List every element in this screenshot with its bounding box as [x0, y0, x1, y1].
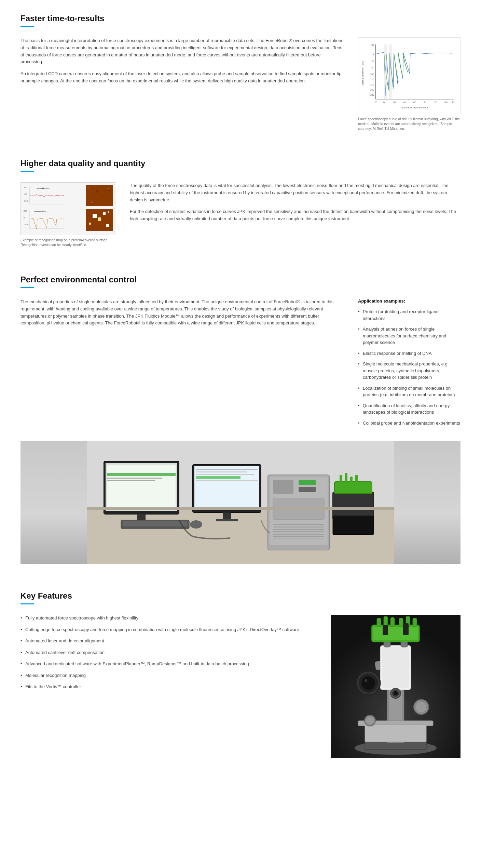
section-faster-time: Faster time-to-results The basis for a m… — [0, 0, 481, 145]
apps-title: Application examples: — [358, 298, 461, 304]
microscope-svg — [331, 615, 461, 758]
section2-title: Higher data quality and quantity — [20, 159, 461, 168]
svg-text:-150: -150 — [24, 224, 28, 226]
map-svg-2: 2 — [86, 209, 113, 231]
section1-figure: 20 0 -40 -80 -100 -120 -140 -160 -180 -2… — [358, 37, 461, 131]
svg-text:100: 100 — [433, 101, 437, 104]
section4-figure — [331, 615, 461, 758]
section1-para2: An integrated CCD camera ensures easy al… — [20, 70, 344, 85]
svg-rect-79 — [273, 480, 293, 494]
app-item-3: Elastic response or melting of DNA — [358, 350, 461, 357]
svg-text:20: 20 — [393, 101, 396, 104]
svg-text:300: 300 — [24, 186, 27, 188]
section4-list-container: Fully automated force spectroscope with … — [20, 615, 317, 695]
svg-text:Vertical deflection (pN): Vertical deflection (pN) — [362, 62, 364, 85]
graph-svg-1: 300 100 -100 1 no recognition — [24, 185, 65, 206]
app-item-2: Analysis of adhesion forces of single ma… — [358, 326, 461, 346]
section2-figure: 300 100 -100 1 no recognition — [20, 182, 116, 248]
svg-text:-20: -20 — [374, 101, 377, 104]
app-item-7: Colloidal probe and Nanoindentation expe… — [358, 420, 461, 427]
svg-text:Tip-sample separation (nm): Tip-sample separation (nm) — [400, 106, 429, 109]
panel-positive-event: 200 0 -150 2 positive event — [24, 209, 113, 232]
svg-rect-50 — [89, 223, 91, 225]
svg-text:0: 0 — [24, 217, 25, 219]
graph-svg-2: 200 0 -150 2 positive event — [24, 209, 65, 231]
svg-rect-71 — [223, 512, 231, 520]
svg-rect-49 — [103, 212, 106, 215]
svg-text:positive event: positive event — [34, 211, 46, 213]
svg-rect-97 — [355, 475, 358, 482]
svg-rect-98 — [333, 516, 374, 535]
svg-rect-23 — [384, 44, 387, 99]
section2-para2: For the detection of smallest variations… — [130, 208, 461, 223]
svg-rect-72 — [216, 519, 238, 521]
recognition-map: 300 100 -100 1 no recognition — [20, 182, 116, 235]
app-item-4: Single molecule mechanical properties, e… — [358, 361, 461, 381]
svg-rect-95 — [345, 473, 347, 482]
apps-list: Protein (un)folding and receptor-ligand … — [358, 308, 461, 426]
lab-desk-background — [20, 441, 461, 564]
svg-rect-68 — [196, 474, 254, 475]
svg-rect-34 — [96, 190, 98, 192]
svg-rect-123 — [413, 618, 417, 627]
section4-title: Key Features — [20, 591, 461, 601]
svg-rect-60 — [107, 478, 162, 479]
svg-text:0: 0 — [383, 101, 385, 104]
graph-positive-event: 200 0 -150 2 positive event — [24, 209, 83, 232]
svg-point-128 — [361, 676, 375, 690]
svg-rect-65 — [194, 466, 259, 509]
lab-equipment-image — [20, 441, 461, 564]
svg-text:60: 60 — [413, 101, 416, 104]
section1-para1: The basis for a meaningful interpretatio… — [20, 37, 344, 66]
svg-rect-94 — [340, 475, 342, 482]
feature-item-2: Cutting edge force spectroscopy and forc… — [20, 626, 317, 633]
feature-item-5: Advanced and dedicated software with Exp… — [20, 660, 317, 667]
section4-underline — [20, 603, 34, 604]
section3-apps: Application examples: Protein (un)foldin… — [358, 298, 461, 430]
feature-item-3: Automated laser and detector alignment — [20, 638, 317, 644]
svg-text:-160: -160 — [369, 89, 374, 91]
svg-rect-125 — [403, 623, 409, 635]
svg-rect-96 — [350, 477, 353, 482]
svg-rect-80 — [299, 480, 316, 485]
force-spectroscopy-chart: 20 0 -40 -80 -100 -120 -140 -160 -180 -2… — [358, 37, 461, 114]
svg-rect-36 — [91, 201, 93, 203]
lab-svg — [20, 441, 461, 564]
section2-content: 300 100 -100 1 no recognition — [20, 182, 461, 248]
chart-caption: Force spectroscopy curve of ddFLN filami… — [358, 117, 461, 131]
section4-content: Fully automated force spectroscope with … — [20, 615, 461, 758]
svg-text:-180: -180 — [369, 94, 374, 96]
svg-rect-117 — [373, 627, 418, 640]
svg-text:-100: -100 — [24, 200, 28, 202]
section3-title: Perfect environmental control — [20, 275, 461, 284]
svg-text:-80: -80 — [371, 66, 374, 69]
section3-text: The mechanical properties of single mole… — [20, 298, 344, 430]
section-env-control: Perfect environmental control The mechan… — [0, 261, 481, 577]
svg-rect-81 — [299, 487, 316, 492]
svg-text:120: 120 — [443, 101, 448, 104]
section3-para1: The mechanical properties of single mole… — [20, 298, 344, 327]
svg-rect-121 — [399, 618, 403, 627]
app-item-6: Quantification of kinetics, affinity and… — [358, 402, 461, 416]
panel-no-recognition: 300 100 -100 1 no recognition — [24, 185, 113, 207]
section-data-quality: Higher data quality and quantity 300 100… — [0, 145, 481, 261]
svg-text:80: 80 — [424, 101, 426, 104]
svg-rect-74 — [123, 521, 188, 526]
svg-rect-58 — [107, 465, 176, 509]
svg-point-129 — [365, 679, 367, 682]
svg-rect-24 — [389, 44, 392, 99]
map-no-recognition: 1 — [86, 185, 113, 207]
feature-item-7: Fits to the Vortis™ controller — [20, 683, 317, 690]
chart-svg: 20 0 -40 -80 -100 -120 -140 -160 -180 -2… — [362, 41, 457, 109]
section2-para1: The quality of the force spectroscopy da… — [130, 182, 461, 203]
svg-rect-110 — [382, 647, 409, 688]
svg-text:140: 140 — [450, 101, 454, 104]
section3-top: The mechanical properties of single mole… — [20, 298, 461, 430]
svg-text:2: 2 — [108, 211, 110, 214]
svg-rect-99 — [87, 507, 394, 510]
graph-no-recognition: 300 100 -100 1 no recognition — [24, 185, 83, 207]
microscope-image — [331, 615, 461, 758]
svg-text:20: 20 — [371, 44, 374, 46]
map-positive-event: 2 — [86, 209, 113, 232]
svg-rect-67 — [196, 471, 247, 472]
